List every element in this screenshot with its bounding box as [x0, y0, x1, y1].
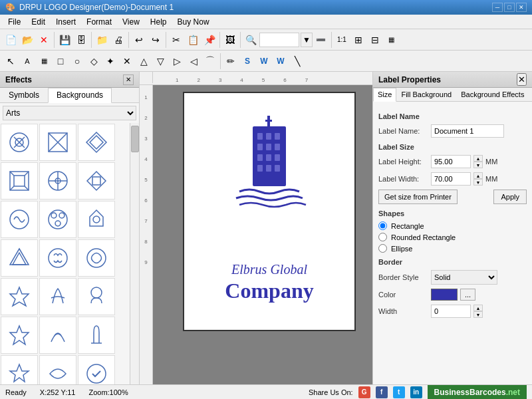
- effect-item[interactable]: [78, 317, 115, 354]
- effect-item[interactable]: [39, 355, 76, 384]
- menu-file[interactable]: File: [3, 16, 26, 28]
- draw-triangle[interactable]: △: [136, 53, 152, 69]
- height-spin-down[interactable]: ▼: [473, 162, 483, 168]
- zoom-input[interactable]: 100%: [259, 33, 299, 47]
- zoom-in-button[interactable]: ➖: [313, 32, 329, 48]
- save-as-button[interactable]: 🗄: [73, 32, 89, 48]
- lp-tab-effects[interactable]: Background Effects: [456, 88, 529, 101]
- border-color-picker-button[interactable]: ...: [460, 289, 475, 301]
- social-twitter[interactable]: t: [393, 386, 405, 398]
- draw-rect[interactable]: □: [53, 53, 68, 69]
- symbol-w[interactable]: W: [256, 53, 272, 69]
- effect-item[interactable]: [78, 239, 115, 277]
- apply-button[interactable]: Apply: [493, 190, 527, 204]
- border-width-input[interactable]: [431, 305, 471, 318]
- effect-item[interactable]: [39, 162, 76, 200]
- draw-text[interactable]: A: [19, 53, 35, 69]
- copy-button[interactable]: 📋: [185, 32, 201, 48]
- border-style-select[interactable]: Solid Dashed Dotted: [431, 270, 497, 285]
- width-spin-down[interactable]: ▼: [473, 179, 483, 186]
- effect-item[interactable]: [39, 278, 76, 315]
- menu-format[interactable]: Format: [81, 16, 117, 28]
- effect-item[interactable]: [39, 124, 76, 161]
- save-button[interactable]: 💾: [57, 32, 72, 48]
- lp-tab-size[interactable]: Size: [373, 88, 396, 102]
- folder-button[interactable]: 📁: [94, 32, 110, 48]
- effect-item[interactable]: [39, 317, 76, 354]
- effect-item[interactable]: [1, 317, 38, 354]
- shape-ellipse-radio[interactable]: [378, 244, 387, 253]
- print-button[interactable]: 🖨: [110, 32, 126, 48]
- effects-category-select[interactable]: Arts Nature Abstract Geometric Patterns: [3, 106, 136, 120]
- ruler-btn[interactable]: ▦: [384, 32, 400, 48]
- draw-select[interactable]: ↖: [3, 53, 19, 69]
- fit-button[interactable]: 1:1: [334, 32, 350, 48]
- grid-button[interactable]: ⊞: [350, 32, 366, 48]
- effect-item[interactable]: [1, 355, 38, 384]
- get-size-from-printer-button[interactable]: Get size from Printer: [378, 190, 458, 204]
- lp-tab-fill[interactable]: Fill Background: [396, 88, 456, 101]
- menu-view[interactable]: View: [117, 16, 145, 28]
- effect-item[interactable]: [1, 239, 38, 277]
- label-props-close-button[interactable]: ✕: [517, 73, 527, 86]
- draw-left-triangle[interactable]: ◁: [186, 53, 201, 69]
- border-width-spin-up[interactable]: ▲: [473, 305, 483, 311]
- open-button[interactable]: 📂: [19, 32, 35, 48]
- effect-item[interactable]: [39, 239, 76, 277]
- zoom-dropdown-icon[interactable]: ▼: [301, 33, 313, 47]
- effect-item[interactable]: [78, 278, 115, 315]
- minimize-button[interactable]: ─: [492, 3, 503, 12]
- shape-rectangle-label[interactable]: Rectangle: [391, 222, 424, 230]
- effect-item[interactable]: [1, 162, 38, 200]
- effect-item[interactable]: [78, 201, 115, 238]
- draw-barcode[interactable]: ▦: [36, 53, 52, 69]
- menu-help[interactable]: Help: [145, 16, 172, 28]
- zoom-out-button[interactable]: 🔍: [243, 32, 259, 48]
- cut-button[interactable]: ✂: [168, 32, 184, 48]
- draw-star[interactable]: ✦: [102, 53, 118, 69]
- height-spin-up[interactable]: ▲: [473, 155, 483, 162]
- draw-pen[interactable]: ✏: [223, 53, 239, 69]
- draw-line[interactable]: ╲: [289, 53, 305, 69]
- draw-diamond[interactable]: ◇: [86, 53, 102, 69]
- label-name-input[interactable]: [431, 124, 504, 138]
- menu-insert[interactable]: Insert: [51, 16, 81, 28]
- canvas-document[interactable]: Elbrus Global Company: [183, 92, 356, 331]
- menu-buynow[interactable]: Buy Now: [172, 16, 215, 28]
- paste-button[interactable]: 📌: [201, 32, 217, 48]
- draw-x[interactable]: ✕: [119, 53, 135, 69]
- shape-rounded-radio[interactable]: [378, 233, 387, 241]
- social-facebook[interactable]: f: [376, 386, 388, 398]
- shape-rounded-label[interactable]: Rounded Rectangle: [391, 233, 456, 241]
- effects-scrollbar[interactable]: [130, 123, 139, 384]
- label-height-input[interactable]: [431, 155, 471, 168]
- menu-edit[interactable]: Edit: [26, 16, 51, 28]
- draw-ellipse[interactable]: ○: [69, 53, 85, 69]
- shape-ellipse-label[interactable]: Ellipse: [391, 245, 412, 253]
- effect-item[interactable]: [1, 124, 38, 161]
- shape-rectangle-radio[interactable]: [378, 221, 387, 230]
- effect-item[interactable]: [39, 201, 76, 238]
- redo-button[interactable]: ↪: [148, 32, 164, 48]
- tab-symbols[interactable]: Symbols: [0, 88, 48, 102]
- effect-item[interactable]: [1, 201, 38, 238]
- image-button[interactable]: 🖼: [222, 32, 238, 48]
- draw-arc[interactable]: ⌒: [202, 53, 218, 69]
- effect-item[interactable]: [78, 162, 115, 200]
- social-linkedin[interactable]: in: [410, 386, 422, 398]
- align-button[interactable]: ⊟: [367, 32, 383, 48]
- width-spin-up[interactable]: ▲: [473, 172, 483, 179]
- label-width-input[interactable]: [431, 172, 471, 186]
- effect-item[interactable]: [78, 355, 115, 384]
- draw-right-triangle[interactable]: ▷: [169, 53, 185, 69]
- new-button[interactable]: 📄: [3, 32, 19, 48]
- close-button[interactable]: ✕: [516, 3, 527, 12]
- undo-button[interactable]: ↩: [131, 32, 147, 48]
- border-color-swatch[interactable]: [431, 289, 458, 301]
- symbol-s[interactable]: S: [239, 53, 255, 69]
- social-google[interactable]: G: [358, 386, 370, 398]
- draw-down-triangle[interactable]: ▽: [152, 53, 168, 69]
- effects-scroll-thumb[interactable]: [131, 126, 139, 152]
- maximize-button[interactable]: □: [504, 3, 515, 12]
- close-doc-button[interactable]: ✕: [36, 32, 52, 48]
